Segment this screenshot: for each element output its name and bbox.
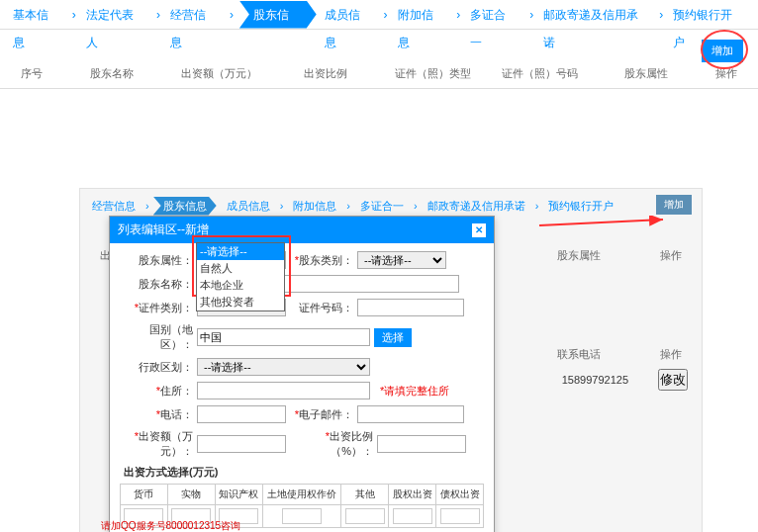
col-amount: 出资额（万元） <box>165 66 272 81</box>
opt-other-investor[interactable]: 其他投资者 <box>197 294 284 310</box>
select-admin-div[interactable]: --请选择-- <box>197 358 370 376</box>
input-invest-ratio[interactable] <box>377 435 466 453</box>
bc-member[interactable]: 成员信息 <box>317 1 382 29</box>
edit-modal: 列表编辑区--新增 ✕ 股东属性： --请选择-- *股东类别： --请选择--… <box>109 216 495 532</box>
label-phone: *电话： <box>120 407 193 422</box>
bc-addl[interactable]: 附加信息 <box>390 1 455 29</box>
chevron-right-icon: › <box>529 8 533 22</box>
label-cert-no: 证件号码： <box>290 301 353 315</box>
input-invest-amt[interactable] <box>197 435 286 453</box>
label-invest-amt: *出资额（万元）： <box>120 429 193 459</box>
column-headers: 序号 股东名称 出资额（万元） 出资比例 证件（照）类型 证件（照）号码 股东属… <box>0 59 758 89</box>
label-address: *住所： <box>120 384 193 399</box>
pbc-biz[interactable]: 经营信息 <box>86 199 142 214</box>
inv-col-0: 货币 <box>121 485 168 505</box>
chevron-right-icon: › <box>145 200 149 212</box>
label-invest-ratio: *出资比例（%）： <box>290 429 373 459</box>
pbc-bank[interactable]: 预约银行开户 <box>542 199 619 214</box>
label-country: 国别（地区）： <box>120 322 193 352</box>
opt-local-enterprise[interactable]: 本地企业 <box>197 277 284 294</box>
bc-multi[interactable]: 多证合一 <box>462 1 527 29</box>
qq-note: 请加QQ服务号8000012315咨询 <box>101 519 240 532</box>
bc-mail[interactable]: 邮政寄递及信用承诺 <box>535 1 657 29</box>
input-phone[interactable] <box>197 405 286 423</box>
inv-col-1: 实物 <box>167 485 215 505</box>
bc-legal[interactable]: 法定代表人 <box>78 1 154 29</box>
prev-hdr-phone: 联系电话 <box>557 347 601 362</box>
chevron-right-icon: › <box>156 8 160 22</box>
inv-col-4: 其他 <box>341 485 389 505</box>
chevron-right-icon: › <box>456 8 460 22</box>
prev-hdr-op: 操作 <box>660 248 682 263</box>
chevron-right-icon: › <box>230 8 234 22</box>
inv-col-3: 土地使用权作价 <box>262 485 341 505</box>
bc-biz[interactable]: 经营信息 <box>162 1 228 29</box>
pbc-member[interactable]: 成员信息 <box>221 199 276 214</box>
inv-col-5: 股权出资 <box>389 485 436 505</box>
col-ratio: 出资比例 <box>272 66 379 81</box>
col-certtype: 证件（照）类型 <box>379 66 486 81</box>
label-sh-type: *股东类别： <box>290 253 353 268</box>
top-breadcrumb: 基本信息› 法定代表人› 经营信息› 股东信息 成员信息› 附加信息› 多证合一… <box>0 0 758 30</box>
label-cert-type: *证件类别： <box>120 301 193 315</box>
chevron-right-icon: › <box>659 8 663 22</box>
col-op: 操作 <box>700 66 753 81</box>
bc-basic[interactable]: 基本信息 <box>5 1 70 29</box>
invest-section-label: 出资方式选择(万元) <box>124 465 484 480</box>
label-email: *电子邮件： <box>290 407 353 422</box>
select-sh-type[interactable]: --请选择-- <box>357 251 446 269</box>
modal-titlebar: 列表编辑区--新增 ✕ <box>110 217 494 243</box>
input-email[interactable] <box>357 405 464 423</box>
col-name: 股东名称 <box>58 66 165 81</box>
pbc-multi[interactable]: 多证合一 <box>354 199 410 214</box>
pbc-mail[interactable]: 邮政寄递及信用承诺 <box>422 199 531 214</box>
bc-shareholder[interactable]: 股东信息 <box>239 1 317 29</box>
chevron-right-icon: › <box>280 200 284 212</box>
bc-bank[interactable]: 预约银行开户 <box>665 1 753 29</box>
inv-col-6: 债权出资 <box>436 485 484 505</box>
chevron-right-icon: › <box>414 200 418 212</box>
prev-phone-value: 15899792125 <box>562 374 628 386</box>
col-seq: 序号 <box>5 66 58 81</box>
preview-breadcrumb: 经营信息› 股东信息 成员信息› 附加信息› 多证合一› 邮政寄递及信用承诺› … <box>86 195 696 217</box>
prev-hdr-attr: 股东属性 <box>557 248 601 263</box>
chevron-right-icon: › <box>535 200 539 212</box>
col-attr: 股东属性 <box>593 66 700 81</box>
opt-natural-person[interactable]: 自然人 <box>197 260 284 277</box>
col-certno: 证件（照）号码 <box>486 66 593 81</box>
chevron-right-icon: › <box>72 8 76 22</box>
add-button-preview[interactable]: 增加 <box>656 195 692 215</box>
inv-in-6[interactable] <box>440 508 480 524</box>
inv-col-2: 知识产权 <box>215 485 262 505</box>
opt-please-select[interactable]: --请选择-- <box>197 243 284 260</box>
close-icon[interactable]: ✕ <box>472 223 486 237</box>
input-address[interactable] <box>197 382 370 399</box>
dropdown-sh-attr-open[interactable]: --请选择-- 自然人 本地企业 其他投资者 <box>196 242 285 311</box>
prev-hdr-op2: 操作 <box>660 347 682 362</box>
inv-in-5[interactable] <box>393 508 432 524</box>
modal-title-text: 列表编辑区--新增 <box>118 222 209 238</box>
chevron-right-icon: › <box>384 8 388 22</box>
label-admin-div: 行政区划： <box>120 360 193 375</box>
select-country-button[interactable]: 选择 <box>374 328 412 347</box>
add-button-top[interactable]: 增加 <box>702 40 743 62</box>
label-sh-name: 股东名称： <box>120 277 193 292</box>
address-note: *请填完整住所 <box>380 384 449 399</box>
pbc-shareholder[interactable]: 股东信息 <box>153 197 217 216</box>
chevron-right-icon: › <box>346 200 350 212</box>
inv-in-3[interactable] <box>282 508 322 524</box>
edit-button[interactable]: 修改 <box>658 369 688 391</box>
inv-in-4[interactable] <box>345 508 385 524</box>
input-country[interactable] <box>197 328 370 346</box>
pbc-addl[interactable]: 附加信息 <box>287 199 342 214</box>
input-cert-no[interactable] <box>357 299 464 316</box>
label-sh-attr: 股东属性： <box>120 253 193 268</box>
